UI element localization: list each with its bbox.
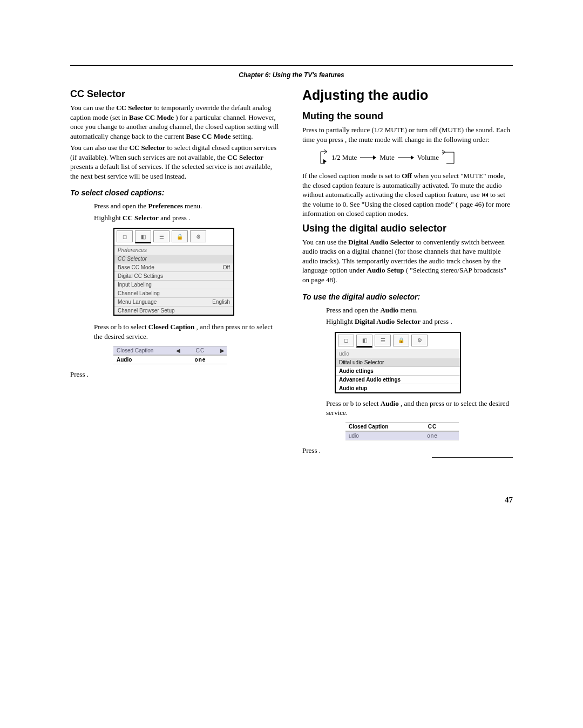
right-arrow-icon: ▶ — [218, 348, 227, 353]
figure-row: Base CC Mode Off — [114, 263, 233, 271]
cc-selector-heading: CC Selector — [70, 89, 281, 100]
figure-bar-row: Closed Caption CC — [345, 422, 459, 431]
figure-preferences-menu: ◻ ◧ ☰ 🔒 ⚙ Preferences CC Selector Base C… — [113, 228, 234, 316]
figure-row-label: Menu Language — [118, 299, 157, 305]
cc-selector-p1: You can use the CC Selector to temporari… — [70, 103, 281, 141]
figure-row-label: Digital CC Settings — [118, 273, 163, 279]
arrow-right-icon — [398, 155, 414, 160]
figure-bar-label: udio — [345, 432, 406, 440]
to-use-das-heading: To use the digital audio selector: — [302, 292, 513, 301]
text: Press — [326, 399, 343, 407]
figure-row: Channel Labeling — [114, 289, 233, 297]
figure-bar-row: Audio one — [113, 355, 227, 364]
page-number: 47 — [70, 495, 513, 505]
figure-row-label: Input Labeling — [118, 282, 152, 288]
step-2: Highlight CC Selector and press . — [70, 213, 281, 223]
tab-icon: ⚙ — [190, 230, 206, 242]
text: and press — [160, 214, 188, 222]
text-bold: Audio Setup — [367, 266, 404, 274]
figure-row: Digital CC Settings — [114, 271, 233, 280]
text: You can use the — [70, 104, 116, 112]
page: Chapter 6: Using the TV's features CC Se… — [70, 65, 513, 505]
figure-row: Input Labeling — [114, 280, 233, 289]
figure-bar-value: one — [415, 433, 450, 439]
figure-cc-audio-bar: Closed Caption ◀ CC ▶ Audio one — [113, 346, 227, 364]
tab-icon: 🔒 — [172, 230, 188, 242]
figure-bar-value: CC — [182, 348, 218, 353]
text-bold: CC Selector — [130, 144, 166, 152]
tab-icon: ◧ — [356, 335, 372, 348]
text-bold: Closed Caption — [148, 323, 195, 331]
text-bold: Audio — [380, 306, 398, 314]
figure-highlighted-row: Diital udio Selector — [336, 358, 460, 366]
muting-sound-heading: Muting the sound — [302, 111, 513, 122]
figure-row-value: English — [212, 299, 230, 305]
text: . — [188, 214, 190, 222]
tab-icon: ⚙ — [411, 335, 428, 346]
figure-bar-label: Audio — [113, 356, 174, 364]
text: or — [446, 399, 453, 407]
tab-icon: ◻ — [338, 335, 354, 346]
figure-bar-label: Closed Caption — [345, 423, 406, 431]
text-bold: Base CC Mode — [186, 132, 231, 140]
tab-icon: ☰ — [153, 230, 170, 242]
to-select-closed-captions-heading: To select closed captions: — [70, 188, 281, 197]
text-bold: Digital Audio Selector — [355, 317, 421, 325]
text: Press — [302, 446, 319, 454]
text: Press — [326, 306, 343, 314]
columns: CC Selector You can use the CC Selector … — [70, 84, 513, 457]
das-step-4: Press . — [302, 446, 513, 455]
text-bold: Audio — [381, 399, 399, 407]
left-column: CC Selector You can use the CC Selector … — [70, 84, 281, 457]
text-bold: CC Selector — [227, 153, 263, 161]
footer-rule — [432, 457, 513, 458]
text: , the mute mode will change in the follo… — [345, 135, 490, 144]
figure-row-label: Channel Labeling — [118, 290, 160, 296]
text-bold: Base CC Mode — [129, 113, 174, 121]
das-step-2: Highlight Digital Audio Selector and pre… — [302, 317, 513, 326]
text: . — [319, 446, 321, 454]
figure-title: Preferences — [114, 245, 233, 255]
text: Press — [70, 370, 87, 378]
figure-row: Channel Browser Setup — [114, 306, 233, 315]
text: and press — [422, 317, 450, 325]
figure-tabs: ◻ ◧ ☰ 🔒 ⚙ — [114, 229, 233, 245]
loop-right-icon — [442, 149, 458, 166]
text: menu. — [401, 306, 418, 314]
right-column: Adjusting the audio Muting the sound Pre… — [302, 84, 513, 457]
text: Press — [302, 126, 319, 134]
figure-highlighted-row: CC Selector — [114, 255, 233, 263]
das-step-1: Press and open the Audio menu. — [302, 305, 513, 315]
cc-selector-p2: You can also use the CC Selector to sele… — [70, 143, 281, 181]
figure-row-label: Channel Browser Setup — [118, 308, 175, 314]
figure-audio-menu: ◻ ◧ ☰ 🔒 ⚙ udio Diital udio Selector Audi… — [335, 332, 461, 393]
tab-icon: ◻ — [117, 230, 133, 242]
step-4: Press . — [70, 370, 281, 379]
figure-row: Advanced Audio ettings — [336, 375, 460, 384]
loop-left-icon — [318, 149, 328, 166]
figure-bar-row-selected: udio one — [345, 431, 459, 440]
chapter-header: Chapter 6: Using the TV's features — [70, 69, 513, 84]
digital-audio-selector-heading: Using the digital audio selector — [302, 223, 513, 234]
left-arrow-icon: ◀ — [174, 348, 182, 353]
text: , and then press — [196, 323, 242, 331]
das-step-3: Press or b to select Audio , and then pr… — [302, 399, 513, 418]
figure-title: udio — [336, 349, 460, 358]
mute-p1: Press to partially reduce (1/2 MUTE) or … — [302, 125, 513, 144]
flow-node: Volume — [414, 153, 442, 162]
text: presents a default list of services. If … — [70, 162, 272, 180]
tab-icon: ☰ — [375, 335, 391, 346]
text: If the closed caption mode is set to — [302, 172, 402, 180]
text-bold: CC Selector — [116, 104, 152, 112]
step-3: Press or b to select Closed Caption , an… — [70, 322, 281, 341]
figure-row: Menu Language English — [114, 297, 233, 306]
text-bold: Digital Audio Selector — [348, 238, 414, 246]
tab-icon: ◧ — [135, 230, 151, 243]
mute-p2: If the closed caption mode is set to Off… — [302, 171, 513, 219]
figure-tabs: ◻ ◧ ☰ 🔒 ⚙ — [336, 333, 460, 349]
figure-bar-value: CC — [415, 424, 450, 430]
top-rule — [70, 65, 513, 66]
figure-bar-row-selected: Closed Caption ◀ CC ▶ — [113, 346, 227, 355]
text-bold: Preferences — [148, 202, 182, 210]
figure-bar-value: one — [182, 357, 218, 363]
